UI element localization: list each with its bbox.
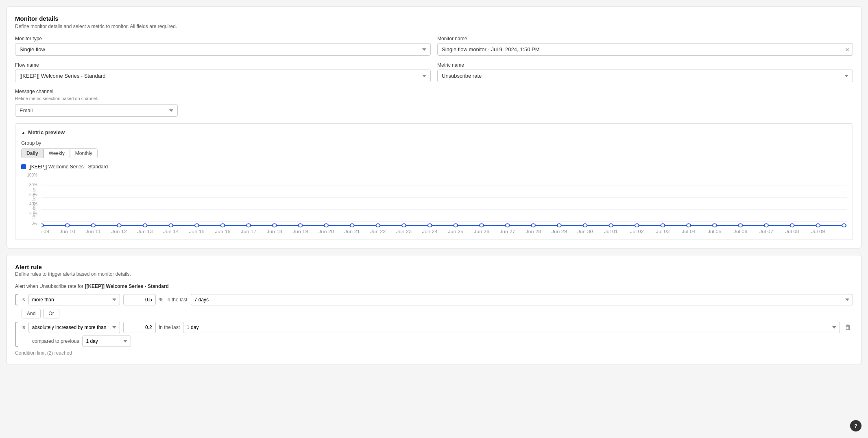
chart-legend: [[KEEP]] Welcome Series - Standard — [21, 164, 847, 170]
svg-point-25 — [531, 224, 535, 227]
monitor-name-clear-icon[interactable]: ✕ — [845, 46, 850, 53]
svg-point-28 — [609, 224, 613, 227]
alert-rule-section: Alert rule Define rules to trigger alert… — [7, 255, 861, 364]
svg-point-27 — [583, 224, 587, 227]
svg-text:Jun 25: Jun 25 — [448, 229, 463, 234]
compared-to-select[interactable]: 1 day 7 days 14 days — [82, 336, 131, 347]
condition2-delete-button[interactable]: 🗑 — [843, 323, 853, 332]
legend-dot — [21, 164, 26, 169]
metric-preview-container: ▲ Metric preview Group by Daily Weekly M… — [15, 123, 853, 240]
svg-text:Jul 02: Jul 02 — [630, 229, 644, 234]
condition1-value-input[interactable] — [123, 294, 156, 305]
svg-point-15 — [273, 224, 277, 227]
svg-point-22 — [454, 224, 458, 227]
svg-point-32 — [713, 224, 717, 227]
svg-point-20 — [402, 224, 406, 227]
svg-text:Jun 21: Jun 21 — [345, 229, 360, 234]
condition2-content: is more than less than equal to absolute… — [22, 322, 853, 347]
help-button[interactable]: ? — [850, 420, 861, 431]
group-by-monthly-btn[interactable]: Monthly — [70, 148, 98, 158]
condition1-bracket-wrapper: is more than less than equal to absolute… — [15, 294, 853, 305]
svg-point-12 — [195, 224, 199, 227]
svg-text:Jun 29: Jun 29 — [552, 229, 567, 234]
y-label-100: 100% — [27, 173, 37, 177]
condition1-operator-select[interactable]: more than less than equal to absolutely … — [28, 294, 120, 305]
svg-point-37 — [842, 224, 846, 227]
flow-metric-row: Flow name [[KEEP]] Welcome Series - Stan… — [15, 62, 853, 82]
condition2-main-row: is more than less than equal to absolute… — [22, 322, 853, 333]
message-channel-subtitle: Refine metric selection based on channel… — [15, 96, 178, 101]
condition2-in-last-label: in the last — [159, 325, 180, 330]
condition2-operator-select[interactable]: more than less than equal to absolutely … — [28, 322, 120, 333]
condition1-in-last-label: in the last — [166, 297, 187, 303]
svg-text:Jun 27: Jun 27 — [499, 229, 515, 234]
svg-text:Jun 30: Jun 30 — [577, 229, 593, 234]
monitor-name-input-wrapper: ✕ — [437, 43, 853, 56]
svg-point-36 — [816, 224, 820, 227]
condition-limit-text: Condition limit (2) reached — [15, 350, 853, 356]
condition2-period-select[interactable]: 1 day 7 days 14 days 30 days — [183, 322, 840, 333]
condition2-is-label: is — [22, 325, 25, 330]
y-label-0: 0% — [32, 221, 37, 226]
svg-text:Jun 17: Jun 17 — [241, 229, 256, 234]
svg-point-13 — [221, 224, 225, 227]
chart-svg-container: Jun 09 Jun 10 Jun 11 Jun 12 Jun 13 Jun 1… — [41, 173, 847, 234]
metric-name-select[interactable]: Unsubscribe rate — [437, 70, 853, 82]
svg-point-6 — [41, 224, 44, 227]
condition2-value-input[interactable] — [123, 322, 156, 333]
svg-text:Jun 20: Jun 20 — [318, 229, 334, 234]
condition2-compared-row: compared to previous 1 day 7 days 14 day… — [22, 336, 853, 347]
svg-text:Jun 19: Jun 19 — [292, 229, 308, 234]
svg-point-16 — [298, 224, 302, 227]
svg-text:Jun 23: Jun 23 — [396, 229, 412, 234]
monitor-name-label: Monitor name — [437, 36, 853, 41]
svg-point-34 — [764, 224, 768, 227]
svg-point-19 — [376, 224, 380, 227]
svg-point-31 — [687, 224, 691, 227]
monitor-details-section: Monitor details Define monitor details a… — [7, 7, 861, 248]
svg-point-17 — [324, 224, 328, 227]
monitor-type-label: Monitor type — [15, 36, 431, 41]
svg-point-18 — [350, 224, 354, 227]
monitor-details-subtitle: Define monitor details and select a metr… — [15, 24, 853, 29]
svg-text:Jul 05: Jul 05 — [708, 229, 722, 234]
compared-to-previous-label: compared to previous — [32, 338, 79, 344]
flow-name-select[interactable]: [[KEEP]] Welcome Series - Standard — [15, 70, 431, 82]
svg-text:Jun 14: Jun 14 — [163, 229, 179, 234]
svg-text:Jul 08: Jul 08 — [785, 229, 799, 234]
monitor-details-title: Monitor details — [15, 15, 853, 22]
svg-point-10 — [143, 224, 147, 227]
svg-text:Jul 06: Jul 06 — [733, 229, 747, 234]
monitor-type-select[interactable]: Single flow Multi flow Campaign — [15, 43, 431, 56]
y-axis-title: Unsubscribe rate — [32, 188, 36, 219]
svg-text:Jun 18: Jun 18 — [267, 229, 282, 234]
and-or-row: And Or — [22, 309, 853, 318]
metric-name-label: Metric name — [437, 62, 853, 68]
svg-point-35 — [790, 224, 794, 227]
group-by-weekly-btn[interactable]: Weekly — [44, 148, 70, 158]
monitor-type-group: Monitor type Single flow Multi flow Camp… — [15, 36, 431, 56]
alert-rule-title: Alert rule — [15, 264, 853, 270]
condition1-is-label: is — [22, 297, 25, 303]
message-channel-select[interactable]: Email SMS Push — [15, 104, 178, 117]
svg-point-29 — [635, 224, 639, 227]
condition1-period-select[interactable]: 1 day 7 days 14 days 30 days — [191, 294, 853, 305]
or-button[interactable]: Or — [43, 309, 59, 318]
condition2-bracket-wrapper: is more than less than equal to absolute… — [15, 322, 853, 347]
y-axis: 100% 80% 60% 40% 20% 0% — [21, 173, 40, 226]
svg-text:Jul 01: Jul 01 — [604, 229, 618, 234]
group-by-label: Group by — [21, 140, 847, 146]
svg-point-23 — [480, 224, 484, 227]
svg-text:Jun 15: Jun 15 — [189, 229, 205, 234]
metric-preview-title: Metric preview — [28, 129, 65, 135]
metric-preview-header[interactable]: ▲ Metric preview — [21, 129, 847, 135]
svg-text:Jun 11: Jun 11 — [85, 229, 101, 234]
condition1-bracket-line — [15, 294, 18, 305]
alert-when-prefix: Alert when Unsubscribe rate for — [15, 283, 83, 289]
alert-when-flow: [[KEEP]] Welcome Series - Standard — [85, 283, 169, 289]
group-by-daily-btn[interactable]: Daily — [21, 148, 44, 158]
monitor-name-input[interactable] — [437, 43, 853, 56]
and-button[interactable]: And — [22, 309, 41, 318]
svg-text:Jun 26: Jun 26 — [474, 229, 489, 234]
message-channel-label: Message channel — [15, 89, 178, 94]
